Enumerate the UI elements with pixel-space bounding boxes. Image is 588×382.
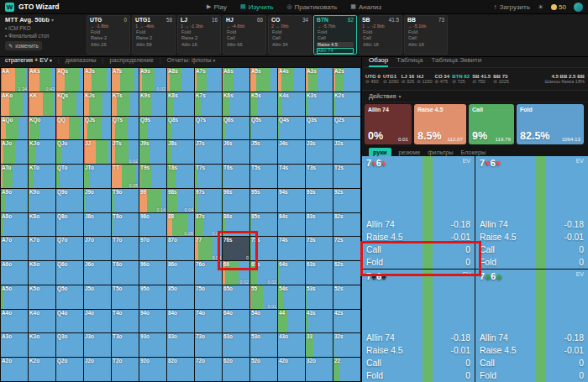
matrix-cell-A8o[interactable]: A8o	[1, 213, 28, 237]
matrix-cell-J6s[interactable]: J6s	[223, 140, 249, 164]
matrix-cell-Q6s[interactable]: Q6s	[223, 117, 249, 140]
matrix-cell-J7o[interactable]: J7o	[84, 237, 111, 260]
chip-btn[interactable]: BTN 82⊘ 725	[452, 73, 470, 86]
matrix-cell-A6s[interactable]: A6s	[223, 68, 249, 92]
matrix-cell-K5s[interactable]: K5s	[250, 92, 277, 116]
matrix-cell-95s[interactable]: 95s	[250, 189, 277, 212]
sun-icon[interactable]: ☀	[538, 3, 543, 11]
matrix-cell-53o[interactable]: 53o	[250, 333, 277, 357]
position-action[interactable]: Raise 2	[90, 35, 127, 40]
matrix-cell-J9s[interactable]: J9s	[139, 140, 166, 164]
matrix-cell-Q8o[interactable]: Q8o	[56, 213, 83, 237]
position-action[interactable]: Fold	[407, 29, 444, 34]
matrix-cell-QJo[interactable]: QJo	[56, 140, 83, 164]
matrix-cell-75s[interactable]: 75s	[250, 237, 277, 260]
matrix-cell-QQ[interactable]: QQ	[56, 117, 83, 140]
matrix-cell-K7s[interactable]: K7s	[195, 92, 222, 116]
subtab-3-фильтры[interactable]: фильтры	[428, 149, 453, 156]
matrix-cell-65o[interactable]: 65o	[223, 285, 249, 309]
matrix-cell-JTs[interactable]: JTs0.02	[112, 140, 139, 164]
matrix-cell-T6s[interactable]: T6s	[223, 165, 249, 188]
action-card-fold[interactable]: Fold82.5%1094.13	[517, 104, 584, 144]
matrix-cell-JTo[interactable]: JTo	[84, 165, 111, 188]
matrix-cell-52s[interactable]: 52s	[333, 285, 360, 309]
matrix-cell-TT[interactable]: TT0.25	[112, 165, 139, 188]
matrix-cell-86o[interactable]: 86o	[167, 261, 194, 285]
matrix-cell-94s[interactable]: 94s	[278, 189, 305, 212]
position-action[interactable]: Fold	[135, 29, 172, 34]
matrix-cell-99[interactable]: 990.14	[139, 189, 166, 212]
matrix-cell-T5o[interactable]: T5o	[112, 285, 139, 309]
matrix-cell-42o[interactable]: 42o	[278, 358, 305, 381]
matrix-cell-KTs[interactable]: KTs	[112, 92, 139, 116]
position-box-utg[interactable]: UTG0→ -1.8bbFoldRaise 2Allin 26	[87, 15, 130, 55]
toolbar-tab-2[interactable]: диапазоны	[66, 56, 97, 64]
matrix-cell-QJs[interactable]: QJs	[84, 117, 111, 140]
matrix-cell-87o[interactable]: 87o	[167, 237, 194, 260]
matrix-cell-92s[interactable]: 92s	[333, 189, 360, 212]
avatar[interactable]	[574, 3, 583, 12]
matrix-cell-95o[interactable]: 95o	[139, 285, 166, 309]
matrix-cell-T8s[interactable]: T8s	[167, 165, 194, 188]
matrix-cell-J8s[interactable]: J8s	[167, 140, 194, 164]
matrix-cell-K7o[interactable]: K7o	[29, 237, 55, 260]
matrix-cell-T3s[interactable]: T3s	[306, 165, 333, 188]
matrix-cell-J4o[interactable]: J4o	[84, 310, 111, 333]
matrix-cell-42s[interactable]: 42s	[333, 310, 360, 333]
matrix-cell-64o[interactable]: 64o	[223, 310, 249, 333]
matrix-cell-T2s[interactable]: T2s	[333, 165, 360, 188]
position-action[interactable]: Allin 26	[90, 42, 127, 47]
position-action[interactable]: Allin 18	[407, 42, 444, 47]
credits-badge[interactable]: 50	[551, 3, 566, 11]
matrix-cell-AKs[interactable]: AKs0.43	[29, 68, 55, 92]
matrix-cell-J2o[interactable]: J2o	[84, 358, 111, 381]
matrix-cell-Q9s[interactable]: Q9s	[139, 117, 166, 140]
matrix-cell-53s[interactable]: 53s	[306, 285, 333, 309]
position-action[interactable]: Allin 18	[181, 42, 218, 47]
matrix-cell-97s[interactable]: 97s	[195, 189, 222, 212]
matrix-cell-J9o[interactable]: J9o	[84, 189, 111, 212]
matrix-cell-83o[interactable]: 83o	[167, 333, 194, 357]
combo-7c6c[interactable]: 7♣6♣EVAllin 74-0.18Raise 4.5-0.01Call0Fo…	[475, 269, 588, 382]
matrix-cell-JJ[interactable]: JJ	[84, 140, 111, 164]
matrix-cell-A2o[interactable]: A2o	[1, 358, 28, 381]
matrix-cell-K2o[interactable]: K2o	[29, 358, 55, 381]
matrix-cell-KJo[interactable]: KJo	[29, 140, 55, 164]
subtab-2-резюме[interactable]: резюме	[399, 149, 421, 156]
matrix-cell-K9s[interactable]: K9s	[139, 92, 166, 116]
matrix-cell-AQs[interactable]: AQs	[56, 68, 83, 92]
position-action[interactable]: Fold	[226, 29, 263, 34]
position-box-lj[interactable]: LJ161 → -1.3bbFoldRaise 2Allin 18	[177, 15, 221, 55]
matrix-cell-K9o[interactable]: K9o	[29, 189, 55, 212]
matrix-cell-T7o[interactable]: T7o	[112, 237, 139, 260]
matrix-cell-K8o[interactable]: K8o	[29, 213, 55, 237]
matrix-cell-J5o[interactable]: J5o	[84, 285, 111, 309]
matrix-cell-T2o[interactable]: T2o	[112, 358, 139, 381]
matrix-cell-63s[interactable]: 63s	[306, 261, 333, 285]
toolbar-tab-3[interactable]: распределение	[110, 56, 154, 64]
matrix-cell-52o[interactable]: 52o	[250, 358, 277, 381]
matrix-cell-QTs[interactable]: QTs	[112, 117, 139, 140]
matrix-cell-T4o[interactable]: T4o	[112, 310, 139, 333]
matrix-cell-K4s[interactable]: K4s	[278, 92, 305, 116]
matrix-cell-A8s[interactable]: A8s	[167, 68, 194, 92]
matrix-cell-98s[interactable]: 98s0.04	[167, 189, 194, 212]
position-box-co[interactable]: CO342 → 0bbFoldCallAllin 34	[268, 15, 312, 55]
matrix-cell-84s[interactable]: 84s	[278, 213, 305, 237]
matrix-cell-T9s[interactable]: T9s	[139, 165, 166, 188]
matrix-cell-T7s[interactable]: T7s	[195, 165, 222, 188]
matrix-cell-Q2s[interactable]: Q2s	[333, 117, 360, 140]
matrix-cell-74s[interactable]: 74s	[278, 237, 305, 260]
nav-study[interactable]: ▤Изучить	[240, 3, 273, 11]
matrix-cell-77[interactable]: 770.08	[195, 237, 222, 260]
matrix-cell-94o[interactable]: 94o	[139, 310, 166, 333]
position-box-sb[interactable]: SB41.51 → -2.9bbFoldCallAllin 18	[359, 15, 402, 55]
matrix-cell-84o[interactable]: 84o	[167, 310, 194, 333]
matrix-cell-A5s[interactable]: A5s	[250, 68, 277, 92]
matrix-cell-AA[interactable]: AA1.34	[1, 68, 28, 92]
matrix-cell-Q3s[interactable]: Q3s	[306, 117, 333, 140]
matrix-cell-AQo[interactable]: AQo	[1, 117, 28, 140]
matrix-cell-82o[interactable]: 82o	[167, 358, 194, 381]
matrix-cell-A3s[interactable]: A3s	[306, 68, 333, 92]
matrix-cell-Q5o[interactable]: Q5o	[56, 285, 83, 309]
